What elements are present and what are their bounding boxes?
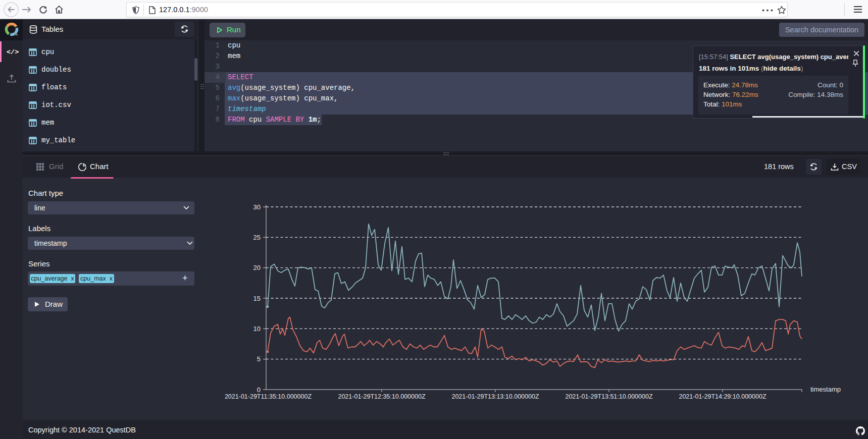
svg-text:25: 25: [253, 234, 261, 241]
svg-text:2021-01-29T12:35:10.000000Z: 2021-01-29T12:35:10.000000Z: [338, 393, 425, 400]
svg-text:2021-01-29T14:29:10.000000Z: 2021-01-29T14:29:10.000000Z: [679, 393, 766, 400]
svg-text:2021-01-29T13:51:10.000000Z: 2021-01-29T13:51:10.000000Z: [565, 393, 652, 400]
svg-text:5: 5: [257, 355, 261, 363]
svg-text:15: 15: [253, 295, 261, 302]
svg-text:30: 30: [253, 203, 261, 211]
svg-text:20: 20: [253, 264, 261, 271]
svg-text:timestamp: timestamp: [810, 386, 841, 393]
svg-text:2021-01-29T13:13:10.000000Z: 2021-01-29T13:13:10.000000Z: [451, 393, 539, 400]
svg-text:2021-01-29T11:35:10.000000Z: 2021-01-29T11:35:10.000000Z: [225, 393, 312, 400]
svg-text:10: 10: [253, 325, 261, 333]
svg-text:0: 0: [257, 386, 261, 394]
